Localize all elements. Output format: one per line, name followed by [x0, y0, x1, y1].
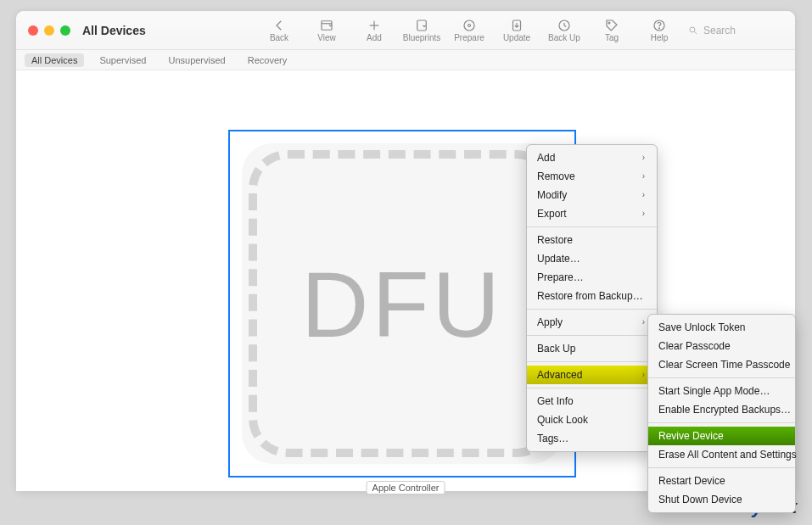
dfu-label: DFU — [230, 131, 574, 476]
chevron-right-icon: › — [642, 368, 645, 382]
device-thumbnail[interactable]: DFU — [228, 130, 576, 478]
chevron-right-icon: › — [642, 316, 645, 329]
menu-update[interactable]: Update… — [527, 249, 657, 268]
tag-icon — [604, 18, 619, 33]
svg-point-5 — [464, 20, 474, 31]
device-name-label: Apple Controller — [367, 481, 445, 494]
minimize-icon[interactable] — [44, 25, 54, 36]
toolbar-label: Blueprints — [403, 33, 440, 42]
toolbar-label: Tag — [605, 33, 619, 42]
menu-export[interactable]: Export› — [527, 204, 657, 223]
svg-point-6 — [468, 25, 471, 27]
add-button[interactable]: Add — [350, 18, 398, 42]
context-menu: Add› Remove› Modify› Export› Restore Upd… — [526, 144, 658, 452]
menu-restore-from-backup[interactable]: Restore from Backup… — [527, 287, 657, 305]
menu-get-info[interactable]: Get Info — [527, 392, 657, 411]
help-icon — [652, 18, 667, 33]
tag-button[interactable]: Tag — [588, 18, 636, 42]
submenu-clear-screen-time[interactable]: Clear Screen Time Passcode — [648, 355, 795, 374]
menu-advanced[interactable]: Advanced› — [527, 366, 657, 384]
submenu-revive-device[interactable]: Revive Device — [648, 427, 795, 445]
tab-recovery[interactable]: Recovery — [241, 53, 294, 67]
toolbar-label: Prepare — [454, 33, 484, 42]
menu-quick-look[interactable]: Quick Look — [527, 411, 657, 429]
prepare-button[interactable]: Prepare — [445, 18, 493, 42]
menu-apply[interactable]: Apply› — [527, 313, 657, 332]
menu-restore[interactable]: Restore — [527, 231, 657, 249]
plus-icon — [367, 18, 382, 33]
menu-separator — [648, 467, 795, 468]
submenu-save-unlock-token[interactable]: Save Unlock Token — [648, 318, 795, 337]
submenu-start-single-app[interactable]: Start Single App Mode… — [648, 382, 795, 400]
submenu-shut-down-device[interactable]: Shut Down Device — [648, 490, 795, 509]
advanced-submenu: Save Unlock Token Clear Passcode Clear S… — [647, 314, 796, 513]
view-button[interactable]: View — [303, 18, 350, 42]
back-button[interactable]: Back — [255, 18, 303, 42]
toolbar-label: Add — [367, 33, 382, 42]
chevron-right-icon: › — [642, 151, 645, 165]
tab-supervised[interactable]: Supervised — [92, 53, 153, 67]
chevron-left-icon — [272, 18, 287, 33]
submenu-restart-device[interactable]: Restart Device — [648, 472, 795, 490]
gear-in-circle-icon — [462, 18, 477, 33]
submenu-clear-passcode[interactable]: Clear Passcode — [648, 337, 795, 355]
menu-separator — [527, 226, 657, 227]
menu-separator — [527, 361, 657, 362]
menu-separator — [648, 422, 795, 423]
traffic-lights — [28, 25, 70, 36]
tab-all-devices[interactable]: All Devices — [25, 53, 84, 67]
chevron-right-icon: › — [642, 188, 645, 202]
menu-separator — [527, 335, 657, 336]
menu-separator — [648, 377, 795, 378]
chevron-right-icon: › — [642, 170, 645, 183]
update-button[interactable]: Update — [493, 18, 540, 42]
toolbar-label: View — [317, 33, 336, 42]
search-input[interactable]: Search — [683, 25, 785, 36]
menu-separator — [527, 309, 657, 310]
help-button[interactable]: Help — [636, 18, 683, 42]
fullscreen-icon[interactable] — [60, 25, 70, 36]
menu-add[interactable]: Add› — [527, 148, 657, 167]
subtabs: All Devices Supervised Unsupervised Reco… — [16, 50, 795, 70]
menu-remove[interactable]: Remove› — [527, 167, 657, 186]
blueprints-button[interactable]: Blueprints — [398, 18, 445, 42]
toolbar-label: Back Up — [548, 33, 580, 42]
close-icon[interactable] — [28, 25, 38, 36]
svg-point-12 — [659, 28, 660, 29]
svg-point-13 — [690, 27, 695, 32]
menu-modify[interactable]: Modify› — [527, 186, 657, 204]
menu-separator — [527, 388, 657, 388]
window-icon — [319, 18, 334, 33]
search-placeholder: Search — [703, 25, 736, 36]
submenu-erase-all[interactable]: Erase All Content and Settings — [648, 445, 795, 464]
chevron-right-icon: › — [642, 207, 645, 221]
clock-arrow-icon — [557, 18, 572, 33]
menu-prepare[interactable]: Prepare… — [527, 268, 657, 287]
backup-button[interactable]: Back Up — [540, 18, 588, 42]
search-icon — [688, 25, 698, 36]
toolbar-label: Help — [651, 33, 669, 42]
download-icon — [509, 18, 524, 33]
tab-unsupervised[interactable]: Unsupervised — [161, 53, 232, 67]
window-title: All Devices — [82, 24, 146, 37]
menu-tags[interactable]: Tags… — [527, 429, 657, 448]
toolbar: Back View Add Blueprints Prepare Update — [255, 18, 785, 42]
submenu-enable-encrypted[interactable]: Enable Encrypted Backups… — [648, 400, 795, 419]
svg-line-14 — [695, 31, 697, 34]
titlebar: All Devices Back View Add Blueprints Pre… — [16, 11, 795, 50]
blueprint-icon — [414, 18, 429, 33]
svg-point-10 — [608, 22, 610, 24]
toolbar-label: Back — [270, 33, 288, 42]
toolbar-label: Update — [503, 33, 530, 42]
menu-back-up[interactable]: Back Up — [527, 339, 657, 358]
